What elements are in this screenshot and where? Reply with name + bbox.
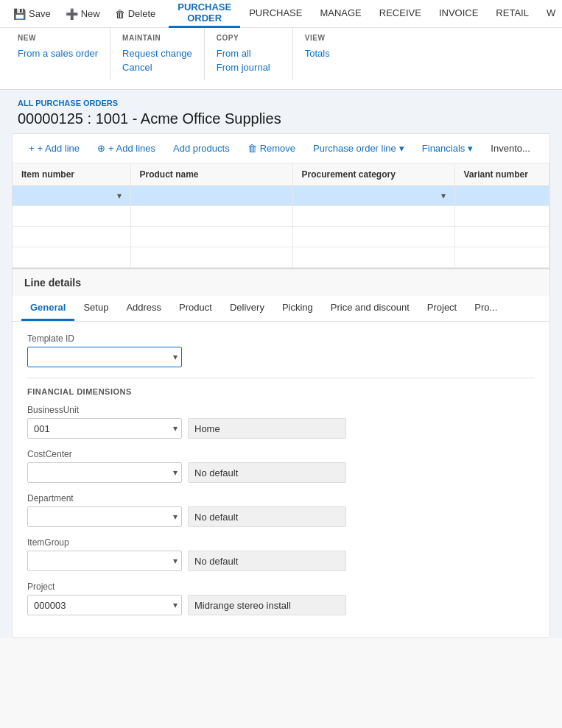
tab-price-and-discount[interactable]: Price and discount [322,296,418,321]
page-title: 00000125 : 1001 - Acme Office Supplies [18,110,544,127]
add-line-icon: + [29,143,35,154]
table-row [13,247,549,268]
department-static: No default [188,506,346,527]
maintain-section: MAINTAIN Request change Cancel [110,28,205,80]
dropdown-menu-area: NEW From a sales order MAINTAIN Request … [0,28,562,90]
tab-project[interactable]: Project [418,296,466,321]
business-unit-field: BusinessUnit ▾ Home [27,405,535,439]
project-label: Project [27,582,535,592]
chevron-down-icon-4: ▾ [441,191,446,201]
request-change-link[interactable]: Request change [122,46,192,60]
department-input[interactable] [27,506,182,527]
main-card: + + Add line ⊕ + Add lines Add products … [12,133,550,638]
chevron-down-icon-3: ▾ [117,191,122,201]
add-line-button[interactable]: + + Add line [21,140,87,157]
business-unit-wrapper: ▾ [27,418,182,439]
chevron-down-icon-2: ▾ [468,143,473,154]
tab-receive[interactable]: RECEIVE [370,0,430,28]
financial-dimensions-title: FINANCIAL DIMENSIONS [27,387,535,396]
item-group-wrapper: ▾ [27,551,182,571]
department-wrapper: ▾ [27,506,182,527]
product-name-cell[interactable] [130,186,292,206]
table-row [13,227,549,247]
grid-toolbar: + + Add line ⊕ + Add lines Add products … [13,134,549,163]
variant-number-cell[interactable] [454,186,549,206]
tab-retail[interactable]: RETAIL [487,0,538,28]
table-row[interactable]: ▾ ▾ [13,186,549,206]
tab-setup[interactable]: Setup [74,296,117,321]
add-lines-button[interactable]: ⊕ + Add lines [90,140,163,157]
save-icon: 💾 [13,8,26,20]
tab-product[interactable]: Product [170,296,221,321]
separator-1 [27,378,535,378]
business-unit-label: BusinessUnit [27,405,535,415]
remove-button[interactable]: 🗑 Remove [240,140,303,157]
data-grid-wrapper: Item number Product name Procurement cat… [13,163,549,268]
financials-dropdown[interactable]: Financials ▾ [415,140,481,157]
from-all-link[interactable]: From all [217,46,281,60]
cost-center-label: CostCenter [27,449,535,459]
item-group-static: No default [188,551,346,571]
tab-manage[interactable]: MANAGE [311,0,370,28]
view-section-title: VIEW [305,34,370,42]
tab-purchase-order[interactable]: PURCHASE ORDER [169,0,240,28]
line-details-header: Line details [13,268,549,296]
delete-icon: 🗑 [115,8,125,20]
from-journal-link[interactable]: From journal [217,60,281,74]
project-static: Midrange stereo install [188,595,346,615]
item-number-cell[interactable]: ▾ [13,186,130,206]
main-toolbar: 💾 Save ➕ New 🗑 Delete PURCHASE ORDER PUR… [0,0,562,28]
totals-link[interactable]: Totals [305,46,370,60]
cost-center-wrapper: ▾ [27,462,182,483]
tab-more[interactable]: Pro... [466,296,506,321]
remove-icon: 🗑 [247,143,257,154]
tab-delivery[interactable]: Delivery [221,296,273,321]
line-details-form: Template ID ▾ FINANCIAL DIMENSIONS Busin… [13,322,549,637]
col-product-name: Product name [130,163,292,186]
from-sales-order-link[interactable]: From a sales order [18,46,98,60]
new-section: NEW From a sales order [6,28,110,80]
grid-header-row: Item number Product name Procurement cat… [13,163,549,186]
breadcrumb[interactable]: ALL PURCHASE ORDERS [18,99,544,107]
purchase-order-line-dropdown[interactable]: Purchase order line ▾ [306,140,412,157]
department-field: Department ▾ No default [27,493,535,527]
item-group-field: ItemGroup ▾ No default [27,537,535,571]
project-input[interactable] [27,595,182,615]
item-group-label: ItemGroup [27,537,535,548]
cost-center-static: No default [188,462,346,483]
tab-address[interactable]: Address [117,296,170,321]
data-grid: Item number Product name Procurement cat… [13,163,549,268]
tab-picking[interactable]: Picking [273,296,322,321]
col-variant-number: Variant number [454,163,549,186]
tab-w[interactable]: W [538,0,562,28]
cost-center-input[interactable] [27,462,182,483]
page-content: ALL PURCHASE ORDERS 00000125 : 1001 - Ac… [0,90,562,638]
add-products-button[interactable]: Add products [166,140,237,157]
new-section-title: NEW [18,34,98,42]
col-procurement-category: Procurement category [292,163,454,186]
tab-invoice[interactable]: INVOICE [430,0,487,28]
new-icon: ➕ [66,8,78,20]
save-button[interactable]: 💾 Save [6,0,58,28]
add-lines-icon: ⊕ [97,143,105,154]
cost-center-field: CostCenter ▾ No default [27,449,535,483]
copy-section-title: COPY [217,34,281,42]
template-id-label: Template ID [27,333,535,344]
template-id-input[interactable] [27,347,182,367]
view-section: VIEW Totals [293,28,382,80]
cancel-link[interactable]: Cancel [122,60,192,74]
business-unit-input[interactable] [27,418,182,439]
copy-section: COPY From all From journal [205,28,293,80]
procurement-category-cell[interactable]: ▾ [292,186,454,206]
tab-general[interactable]: General [21,296,74,321]
inventory-button[interactable]: Invento... [483,140,537,157]
project-field: Project ▾ Midrange stereo install [27,582,535,615]
new-button[interactable]: ➕ New [58,0,108,28]
delete-button[interactable]: 🗑 Delete [108,0,164,28]
table-row [13,206,549,227]
maintain-section-title: MAINTAIN [122,34,192,42]
chevron-down-icon: ▾ [399,143,404,154]
item-group-input[interactable] [27,551,182,571]
department-label: Department [27,493,535,503]
tab-purchase[interactable]: PURCHASE [240,0,311,28]
